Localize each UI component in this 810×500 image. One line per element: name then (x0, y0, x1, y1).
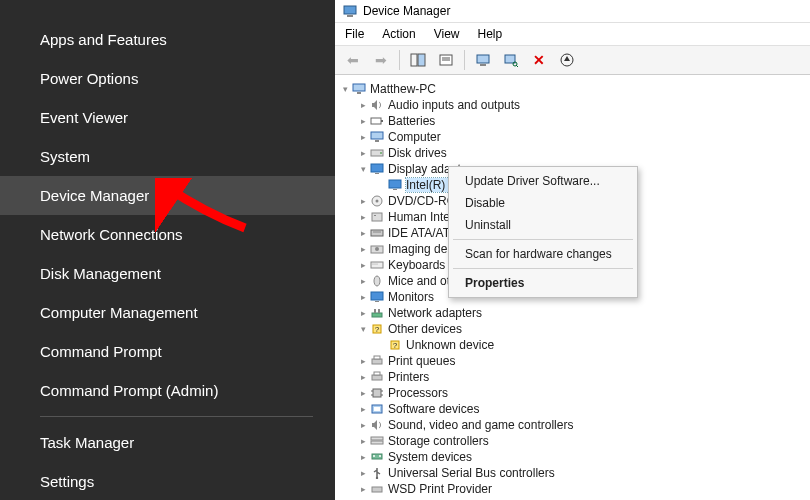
tree-node-sound[interactable]: ▸Sound, video and game controllers (339, 417, 806, 433)
svg-rect-15 (353, 84, 365, 91)
tree-caret[interactable]: ▸ (357, 436, 369, 446)
tree-caret[interactable]: ▸ (357, 276, 369, 286)
winx-item-network-connections[interactable]: Network Connections (0, 215, 335, 254)
tree-node-printer[interactable]: ▸Printers (339, 369, 806, 385)
winx-item-task-manager[interactable]: Task Manager (0, 423, 335, 462)
svg-line-12 (516, 65, 518, 67)
menu-help[interactable]: Help (478, 27, 503, 41)
tree-node-network[interactable]: ▸Network adapters (339, 305, 806, 321)
tree-caret[interactable]: ▸ (357, 292, 369, 302)
tree-caret[interactable]: ▾ (339, 84, 351, 94)
menu-view[interactable]: View (434, 27, 460, 41)
hid-icon (369, 210, 385, 224)
winx-item-settings[interactable]: Settings (0, 462, 335, 500)
tree-caret[interactable]: ▾ (357, 324, 369, 334)
tree-caret[interactable]: ▸ (357, 356, 369, 366)
winx-item-power-options[interactable]: Power Options (0, 59, 335, 98)
tree-caret[interactable]: ▸ (357, 212, 369, 222)
winx-item-disk-management[interactable]: Disk Management (0, 254, 335, 293)
tree-caret[interactable]: ▸ (357, 484, 369, 494)
tree-caret[interactable]: ▸ (357, 404, 369, 414)
svg-rect-49 (372, 359, 382, 364)
tree-node-wsd[interactable]: ▸WSD Print Provider (339, 481, 806, 497)
scan-hardware-icon[interactable] (501, 50, 521, 70)
tree-label: Universal Serial Bus controllers (388, 466, 555, 480)
properties-icon[interactable] (436, 50, 456, 70)
tree-node-system[interactable]: ▸System devices (339, 449, 806, 465)
tree-node-usb[interactable]: ▸Universal Serial Bus controllers (339, 465, 806, 481)
computer-icon[interactable] (473, 50, 493, 70)
other-icon: ? (369, 322, 385, 336)
tree-label: Imaging de (388, 242, 447, 256)
tree-node-audio[interactable]: ▸Audio inputs and outputs (339, 97, 806, 113)
tree-caret[interactable]: ▸ (357, 452, 369, 462)
tree-caret[interactable]: ▸ (357, 420, 369, 430)
tree-caret[interactable]: ▸ (357, 308, 369, 318)
tree-node-disk[interactable]: ▸Disk drives (339, 145, 806, 161)
winx-item-command-prompt-admin[interactable]: Command Prompt (Admin) (0, 371, 335, 410)
svg-rect-29 (372, 213, 382, 221)
svg-rect-1 (344, 6, 356, 14)
svg-point-22 (380, 152, 382, 154)
tree-node-computer[interactable]: ▸Computer (339, 129, 806, 145)
tree-caret[interactable]: ▸ (357, 260, 369, 270)
ctx-properties[interactable]: Properties (451, 272, 635, 294)
winx-item-command-prompt[interactable]: Command Prompt (0, 332, 335, 371)
ctx-scan-hardware[interactable]: Scan for hardware changes (451, 243, 635, 265)
device-manager-icon (343, 4, 357, 18)
monitor-icon (369, 290, 385, 304)
tree-node-storage[interactable]: ▸Storage controllers (339, 433, 806, 449)
tree-node-printq[interactable]: ▸Print queues (339, 353, 806, 369)
tree-caret[interactable]: ▸ (357, 100, 369, 110)
context-menu: Update Driver Software...DisableUninstal… (448, 166, 638, 298)
update-icon[interactable] (557, 50, 577, 70)
sound-icon (369, 418, 385, 432)
svg-rect-52 (374, 372, 380, 375)
tree-caret[interactable]: ▸ (357, 468, 369, 478)
ctx-disable[interactable]: Disable (451, 192, 635, 214)
tree-caret[interactable]: ▸ (357, 132, 369, 142)
winx-item-device-manager[interactable]: Device Manager (0, 176, 335, 215)
device-manager-window: Device Manager File Action View Help ⬅ ➡… (335, 0, 810, 500)
menu-file[interactable]: File (345, 27, 364, 41)
back-button[interactable]: ⬅ (343, 50, 363, 70)
tree-caret[interactable]: ▸ (357, 116, 369, 126)
menu-action[interactable]: Action (382, 27, 415, 41)
svg-rect-30 (374, 215, 376, 216)
svg-rect-9 (480, 64, 486, 66)
tree-caret[interactable]: ▸ (357, 196, 369, 206)
tree-caret[interactable]: ▾ (357, 164, 369, 174)
tree-caret[interactable]: ▸ (357, 244, 369, 254)
winx-item-event-viewer[interactable]: Event Viewer (0, 98, 335, 137)
tree-caret[interactable]: ▸ (357, 148, 369, 158)
svg-rect-26 (393, 189, 397, 190)
forward-button[interactable]: ➡ (371, 50, 391, 70)
tree-label: Sound, video and game controllers (388, 418, 573, 432)
winx-item-computer-management[interactable]: Computer Management (0, 293, 335, 332)
ctx-uninstall[interactable]: Uninstall (451, 214, 635, 236)
tree-node-software[interactable]: ▸Software devices (339, 401, 806, 417)
tree-node-cpu[interactable]: ▸Processors (339, 385, 806, 401)
winx-item-apps-features[interactable]: Apps and Features (0, 20, 335, 59)
tree-label: Batteries (388, 114, 435, 128)
tree-root[interactable]: ▾Matthew-PC (339, 81, 806, 97)
tree-node-battery[interactable]: ▸Batteries (339, 113, 806, 129)
tree-caret[interactable]: ▸ (357, 388, 369, 398)
uninstall-icon[interactable]: ✕ (529, 50, 549, 70)
winx-item-system[interactable]: System (0, 137, 335, 176)
context-menu-separator (453, 268, 633, 269)
tree-node-other[interactable]: ▾?Other devices (339, 321, 806, 337)
svg-point-28 (376, 200, 379, 203)
tree-label: Monitors (388, 290, 434, 304)
tree-caret[interactable]: ▸ (357, 228, 369, 238)
ctx-update-driver[interactable]: Update Driver Software... (451, 170, 635, 192)
tree-label: Unknown device (406, 338, 494, 352)
tree-label: IDE ATA/AT (388, 226, 450, 240)
imaging-icon (369, 242, 385, 256)
show-hide-icon[interactable] (408, 50, 428, 70)
toolbar-separator (464, 50, 465, 70)
tree-caret[interactable]: ▸ (357, 372, 369, 382)
tree-node-child-unknown[interactable]: ?Unknown device (339, 337, 806, 353)
mouse-icon (369, 274, 385, 288)
svg-point-36 (373, 264, 374, 265)
